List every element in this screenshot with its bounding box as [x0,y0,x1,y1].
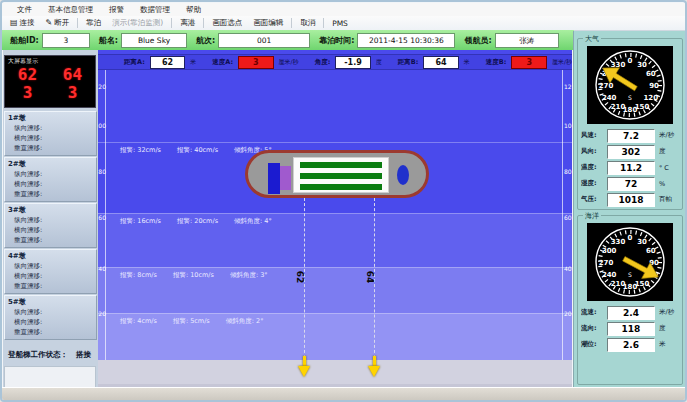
wind-speed-row: 风速: 7.2 米/秒 [581,129,681,142]
ship-graphic [245,150,429,198]
current-direction-value: 118 [607,322,655,336]
speed-b-value: 3 [511,56,547,69]
humidity-value: 72 [607,177,655,191]
ship-info-bar: 船舶ID: 3 船名: Blue Sky 航次: 001 靠泊时间: 2011-… [2,30,574,50]
weather-group-title: 大气 [583,34,601,44]
depart-button[interactable]: 离港 [176,18,199,28]
speed-b-label: 速度B: [486,58,507,67]
humidity-label: 湿度: [581,179,607,188]
toolbar-separator [203,18,204,28]
humidity-unit: % [659,180,665,188]
screen-edit-button[interactable]: 画面编辑 [249,18,287,28]
menu-basic-info[interactable]: 基本信息管理 [41,4,100,16]
humidity-row: 湿度: 72 % [581,177,681,190]
alarm-threshold: 报警: 8cm/s [120,271,157,280]
connect-button[interactable]: ▤连接 [6,18,39,28]
voyage-input[interactable]: 001 [218,33,310,48]
toolbar-separator [171,18,172,28]
gauge-number: 330 [611,238,626,246]
y-tick-right: 60 [564,214,572,221]
group-title: 4#墩 [5,250,96,261]
menu-alarm[interactable]: 报警 [102,4,131,16]
distance-a-value: 62 [150,56,186,69]
ship-name-label: 船名: [99,35,118,46]
alarm-threshold: 报警: 16cm/s [120,217,161,226]
led-speed-b: 3 [50,84,95,102]
vertical-drift-label: 垂直漂移: [5,281,96,291]
sensor-marker-a-arrow [298,366,310,377]
alarm-row-4: 报警: 4cm/s 报警: 5cm/s 倾斜角度: 2° [120,317,263,326]
y-tick-right: 20 [564,310,572,317]
alarm-row-2: 报警: 16cm/s 报警: 20cm/s 倾斜角度: 4° [120,217,272,226]
y-tick-right: 120 [564,83,572,90]
pilot-label: 领航员: [464,35,491,46]
current-direction-gauge: 0 30 60 90 120 150 180 210 240 270 300 3… [587,223,673,301]
tide-level-label: 潮位: [581,340,607,349]
hold-hatch [300,184,382,190]
speed-a-unit: 厘米/秒 [279,58,299,67]
ship-name-input[interactable]: Blue Sky [121,33,187,48]
temperature-row: 温度: 11.2 ° C [581,161,681,174]
dolphin-group-3: 3#墩 纵向漂移: 横向漂移: 垂直漂移: [4,203,97,248]
wind-speed-label: 风速: [581,131,607,140]
weather-group: 大气 0 30 60 90 120 150 180 210 240 270 30… [577,38,683,210]
screen-pick-point-button[interactable]: 画面选点 [208,18,246,28]
gangway-status-label: 登船梯工作状态： [8,350,68,360]
voyage-label: 航次: [196,35,215,46]
ship-id-input[interactable]: 3 [42,33,90,48]
gauge-number: 0 [628,234,633,242]
pressure-value: 1018 [607,193,655,207]
current-direction-label: 流向: [581,324,607,333]
vertical-drift-label: 垂直漂移: [5,143,96,153]
app-window: 文件 基本信息管理 报警 数据管理 帮助 ▤连接 ✎断开 靠泊 演示(靠泊监测)… [0,0,687,402]
gauge-number: 120 [643,94,658,102]
gauge-number: 30 [637,61,647,69]
menu-bar: 文件 基本信息管理 报警 数据管理 帮助 [2,3,687,16]
pilot-input[interactable]: 张涛 [495,33,559,48]
wind-direction-unit: 度 [659,147,666,156]
gridline [98,267,572,268]
lateral-drift-label: 横向漂移: [5,225,96,235]
disconnect-button[interactable]: ✎断开 [42,18,74,28]
temperature-value: 11.2 [607,161,655,175]
pms-button[interactable]: PMS [328,19,352,28]
ship-superstructure [268,163,280,194]
gauge-number: 60 [646,70,656,78]
menu-file[interactable]: 文件 [10,4,39,16]
current-speed-unit: 米/秒 [659,308,674,317]
alarm-threshold: 报警: 4cm/s [120,317,157,326]
tide-level-value: 2.6 [607,338,655,352]
temperature-label: 温度: [581,163,607,172]
group-title: 2#墩 [5,158,96,169]
alarm-threshold: 报警: 5cm/s [173,317,210,326]
lateral-drift-label: 横向漂移: [5,271,96,281]
alarm-threshold: 报警: 10cm/s [173,271,214,280]
wind-direction-gauge: 0 30 60 90 120 150 180 210 240 270 300 3… [587,46,673,124]
big-screen-display-panel: 大屏幕显示 62 64 3 3 [4,55,96,108]
hold-hatch [300,173,382,179]
line-a-distance-label: 62 [295,271,305,284]
menu-data-mgmt[interactable]: 数据管理 [133,4,177,16]
longitudinal-drift-label: 纵向漂移: [5,169,96,179]
hold-hatch [300,162,382,168]
line-b-distance-label: 64 [365,271,375,284]
vertical-drift-label: 垂直漂移: [5,327,96,337]
status-bar [2,387,685,400]
vertical-drift-label: 垂直漂移: [5,189,96,199]
angle-value: -1.9 [335,56,371,69]
wind-direction-value: 302 [607,145,655,159]
wind-speed-unit: 米/秒 [659,131,674,140]
gauge-number: 240 [602,271,617,279]
cancel-button[interactable]: 取消 [296,18,319,28]
menu-help[interactable]: 帮助 [179,4,208,16]
distance-a-unit: 米 [190,58,196,67]
berth-button[interactable]: 靠泊 [82,18,105,28]
current-speed-row: 流速: 2.4 米/秒 [581,306,681,319]
tilt-angle-threshold: 倾斜角度: 2° [226,317,264,326]
gauge-number: 90 [649,82,659,90]
alarm-row-1: 报警: 32cm/s 报警: 40cm/s 倾斜角度: 5° [120,146,272,155]
berth-time-input[interactable]: 2011-4-15 10:30:36 [357,33,455,48]
dolphin-group-2: 2#墩 纵向漂移: 横向漂移: 垂直漂移: [4,157,97,202]
toolbar-separator [77,18,78,28]
tilt-angle-threshold: 倾斜角度: 3° [230,271,268,280]
